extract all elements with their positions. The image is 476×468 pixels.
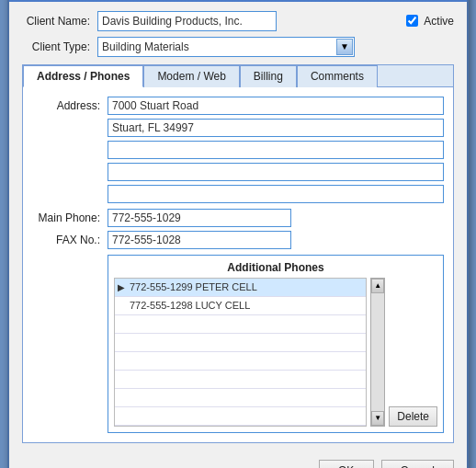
tab-comments[interactable]: Comments: [297, 65, 378, 87]
address-line3-input[interactable]: [108, 141, 444, 159]
ok-button[interactable]: OK: [319, 460, 374, 469]
address-line2-input[interactable]: [108, 119, 444, 137]
tab-address-phones[interactable]: Address / Phones: [23, 65, 143, 87]
client-window: Client ✕ Client Name: Active Client Type…: [7, 0, 469, 468]
address-line5-input[interactable]: [108, 185, 444, 203]
fax-input[interactable]: [108, 231, 291, 249]
phone-row-1[interactable]: 772-555-1298 LUCY CELL: [115, 297, 366, 315]
cancel-button[interactable]: Cancel: [381, 460, 454, 469]
phone-row-5[interactable]: [115, 371, 366, 389]
client-name-input[interactable]: [97, 11, 277, 31]
form-content: Client Name: Active Client Type: Buildin…: [9, 2, 467, 452]
address-label: Address:: [32, 99, 108, 112]
fax-label: FAX No.:: [32, 234, 108, 246]
scroll-up-button[interactable]: ▲: [371, 279, 384, 293]
client-type-wrapper: Building Materials ▼: [97, 37, 355, 57]
active-label: Active: [424, 15, 454, 28]
scroll-track: [371, 293, 384, 411]
main-phone-label: Main Phone:: [32, 211, 108, 224]
delete-button[interactable]: Delete: [389, 406, 437, 427]
additional-phones-section: Additional Phones ▶ 772-555-1299 PETER C…: [108, 255, 444, 433]
phone-row-2[interactable]: [115, 315, 366, 334]
phones-grid: ▶ 772-555-1299 PETER CELL 772-555-1298 L…: [114, 278, 437, 427]
phones-actions: Delete: [389, 278, 437, 427]
client-type-select[interactable]: Building Materials: [97, 37, 355, 57]
phone-row-6[interactable]: [115, 389, 366, 407]
main-phone-row: Main Phone:: [32, 209, 444, 227]
main-phone-input[interactable]: [108, 209, 291, 227]
bottom-bar: OK Cancel: [9, 452, 467, 469]
row-arrow-icon-0: ▶: [115, 282, 128, 292]
address-row-2: [32, 119, 444, 137]
address-line4-input[interactable]: [108, 163, 444, 181]
tab-content-address: Address:: [23, 87, 453, 442]
phone-row-4[interactable]: [115, 352, 366, 371]
phone-row-3[interactable]: [115, 334, 366, 352]
active-row: Active: [284, 15, 454, 28]
address-row-3: [32, 141, 444, 159]
phone-text-1: 772-555-1298 LUCY CELL: [128, 300, 366, 311]
phones-list: ▶ 772-555-1299 PETER CELL 772-555-1298 L…: [114, 278, 367, 427]
client-name-row: Client Name: Active: [22, 11, 454, 31]
phone-text-0: 772-555-1299 PETER CELL: [128, 281, 366, 292]
ok-label: OK: [338, 464, 354, 469]
phone-row-7[interactable]: [115, 407, 366, 426]
active-checkbox[interactable]: [406, 15, 418, 27]
client-type-label: Client Type:: [22, 40, 97, 53]
phone-row-0[interactable]: ▶ 772-555-1299 PETER CELL: [115, 279, 366, 297]
tab-container: Address / Phones Modem / Web Billing Com…: [22, 64, 454, 443]
address-row-4: [32, 163, 444, 181]
client-name-label: Client Name:: [22, 15, 97, 28]
additional-phones-title: Additional Phones: [114, 261, 437, 274]
client-type-row: Client Type: Building Materials ▼: [22, 37, 454, 57]
address-row-1: Address:: [32, 97, 444, 115]
fax-row: FAX No.:: [32, 231, 444, 249]
tab-billing[interactable]: Billing: [240, 65, 297, 87]
tab-modem-web[interactable]: Modem / Web: [143, 65, 239, 87]
phones-scrollbar[interactable]: ▲ ▼: [370, 278, 385, 427]
cancel-label: Cancel: [401, 464, 435, 469]
scroll-down-button[interactable]: ▼: [371, 411, 384, 426]
tab-bar: Address / Phones Modem / Web Billing Com…: [23, 65, 453, 87]
address-line1-input[interactable]: [108, 97, 444, 115]
address-row-5: [32, 185, 444, 203]
